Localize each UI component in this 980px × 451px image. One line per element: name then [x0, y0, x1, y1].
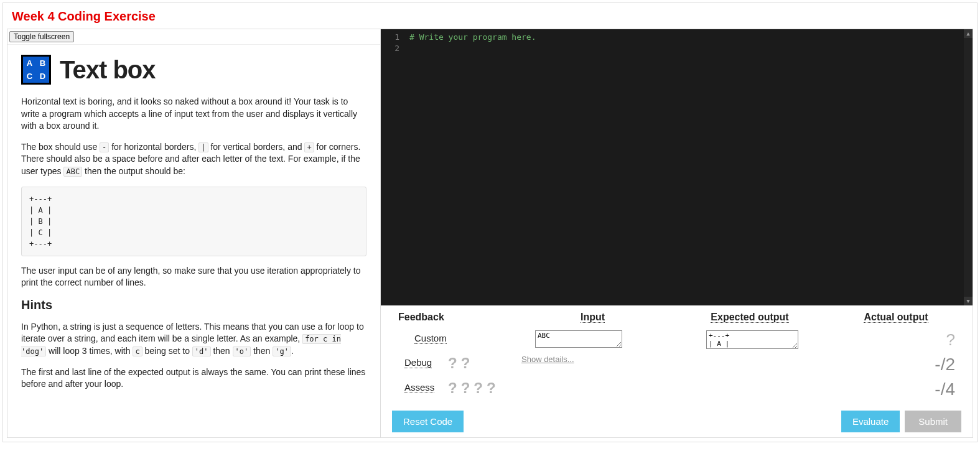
prompt-scroll[interactable]: A B C D Text box Horizontal text is bori…	[7, 45, 380, 409]
result-row-assess: Assess ? ? ? ? -/4	[392, 377, 961, 402]
debug-score-cell: -/2	[831, 355, 961, 374]
text: for horizontal borders,	[109, 142, 198, 152]
text: Debug	[404, 357, 432, 368]
expected-cell	[669, 330, 831, 349]
code-plus: +	[304, 142, 314, 152]
debug-details-cell: Show details...	[516, 355, 669, 364]
line-number: 1	[381, 32, 399, 43]
qmark-icon: ?	[487, 379, 496, 397]
col-feedback-heading: Feedback	[392, 312, 516, 323]
scroll-down-icon[interactable]: ▼	[964, 297, 973, 305]
row-label-debug: Debug	[392, 355, 448, 368]
results-header: Feedback Input Expected output Actual ou…	[392, 308, 961, 328]
example-output-block: +---+ | A | | B | | C | +---+	[21, 187, 366, 256]
assess-score: -/4	[935, 379, 955, 399]
text: Assess	[404, 382, 434, 393]
custom-expected-textarea[interactable]	[706, 330, 798, 349]
code-c: c	[133, 346, 142, 356]
prompt-p1: Horizontal text is boring, and it looks …	[21, 96, 366, 133]
results-panel: Feedback Input Expected output Actual ou…	[381, 305, 973, 437]
scroll-up-icon[interactable]: ▲	[964, 29, 973, 38]
prompt-title: Text box	[60, 56, 156, 84]
left-pane: Toggle fullscreen A B C D Text box Horiz…	[7, 29, 381, 437]
actual-qmark: ?	[946, 330, 955, 350]
toggle-fullscreen-button[interactable]: Toggle fullscreen	[9, 31, 74, 42]
qmark-icon: ?	[474, 379, 483, 397]
actual-cell: ?	[831, 330, 961, 350]
text: for vertical borders, and	[208, 142, 305, 152]
result-row-debug: Debug ? ? Show details... -/2	[392, 352, 961, 377]
buttons-row: Reset Code Evaluate Submit	[392, 406, 961, 437]
app-frame: Week 4 Coding Exercise Toggle fullscreen…	[2, 2, 978, 442]
assess-score-cell: -/4	[831, 379, 961, 399]
text: will loop 3 times, with	[46, 346, 133, 356]
icon-letter: D	[36, 70, 49, 83]
assess-marks: ? ? ? ?	[448, 379, 535, 397]
hints-heading: Hints	[21, 298, 366, 312]
row-label-assess: Assess	[392, 379, 448, 393]
reset-code-button[interactable]: Reset Code	[392, 411, 464, 432]
col-expected-heading: Expected output	[669, 312, 831, 323]
icon-letter: A	[23, 57, 36, 70]
prompt-body: Horizontal text is boring, and it looks …	[21, 96, 366, 391]
show-details-link[interactable]: Show details...	[521, 355, 574, 364]
prompt-header: A B C D Text box	[21, 55, 366, 85]
left-toolbar: Toggle fullscreen	[7, 29, 380, 45]
page-title: Week 4 Coding Exercise	[3, 3, 977, 29]
abcd-icon: A B C D	[21, 55, 51, 85]
code-pipe: |	[198, 142, 208, 152]
code-editor[interactable]: 1 2 # Write your program here. ▲ ▼	[381, 29, 973, 305]
text: .	[291, 346, 294, 356]
text: then	[251, 346, 273, 356]
text: The box should use	[21, 142, 100, 152]
code-abc: ABC	[63, 167, 82, 177]
submit-button[interactable]: Submit	[905, 411, 961, 432]
text: Actual output	[864, 312, 928, 323]
text: Input	[581, 312, 605, 323]
col-actual-heading: Actual output	[831, 312, 961, 323]
text: being set to	[142, 346, 192, 356]
prompt-p4: In Python, a string is just a sequence o…	[21, 321, 366, 358]
qmark-icon: ?	[448, 355, 457, 372]
text: Expected output	[711, 312, 788, 323]
text: then the output should be:	[82, 166, 185, 176]
workspace: Toggle fullscreen A B C D Text box Horiz…	[7, 29, 973, 438]
debug-marks: ? ?	[448, 355, 516, 372]
line-number: 2	[381, 43, 399, 54]
row-label-custom: Custom	[392, 330, 448, 343]
prompt-p2: The box should use - for horizontal bord…	[21, 141, 366, 178]
code-d: 'd'	[192, 346, 211, 356]
debug-score: -/2	[935, 355, 955, 374]
col-input-heading: Input	[516, 312, 669, 323]
code-area[interactable]: # Write your program here.	[404, 29, 973, 305]
right-pane: 1 2 # Write your program here. ▲ ▼ Feedb…	[381, 29, 973, 437]
code-dash: -	[100, 142, 109, 152]
text: then	[211, 346, 233, 356]
code-g: 'g'	[273, 346, 291, 356]
prompt-p5: The first and last line of the expected …	[21, 366, 366, 391]
custom-input-textarea[interactable]	[535, 330, 622, 348]
line-number-gutter: 1 2	[381, 29, 404, 305]
icon-letter: C	[23, 70, 36, 83]
qmark-icon: ?	[461, 379, 470, 397]
code-o: 'o'	[233, 346, 251, 356]
qmark-icon: ?	[461, 355, 470, 372]
icon-letter: B	[36, 57, 49, 70]
result-row-custom: Custom ?	[392, 328, 961, 352]
prompt-p3: The user input can be of any length, so …	[21, 265, 366, 289]
text: Custom	[414, 333, 447, 344]
input-cell	[516, 330, 669, 348]
evaluate-button[interactable]: Evaluate	[841, 411, 900, 432]
editor-scrollbar[interactable]: ▲ ▼	[964, 29, 973, 305]
qmark-icon: ?	[448, 379, 457, 397]
code-comment: # Write your program here.	[409, 32, 536, 42]
